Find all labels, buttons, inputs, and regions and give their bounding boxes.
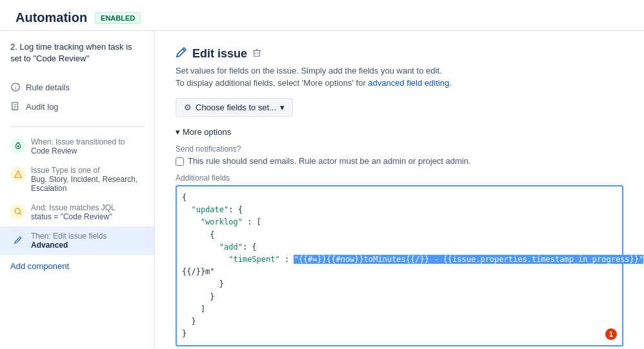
nav-section: i Rule details Audit log bbox=[0, 72, 154, 121]
additional-fields-label: Additional fields bbox=[176, 174, 623, 183]
rule-title: 2. Log time tracking when task is set to… bbox=[0, 41, 154, 72]
code-line-4: { bbox=[182, 229, 617, 241]
more-options-label: More options bbox=[183, 127, 231, 137]
gear-icon: ⚙ bbox=[184, 103, 192, 112]
enabled-badge: ENABLED bbox=[95, 12, 141, 24]
send-notifications-checkbox[interactable] bbox=[176, 157, 184, 166]
code-line-11: } bbox=[182, 315, 617, 328]
code-line-1: { bbox=[182, 192, 617, 204]
trigger-icon bbox=[10, 138, 26, 154]
code-line-7: {{/}}m" bbox=[182, 266, 617, 278]
code-line-9: } bbox=[182, 291, 617, 303]
additional-info: To display additional fields, select 'Mo… bbox=[176, 78, 623, 88]
header: Automation ENABLED bbox=[0, 0, 644, 31]
issue-type-content: Issue Type is one of Bug, Story, Inciden… bbox=[31, 166, 144, 193]
jql-content: And: Issue matches JQL status = "Code Re… bbox=[31, 203, 144, 221]
sidebar: 2. Log time tracking when task is set to… bbox=[0, 31, 155, 349]
divider bbox=[10, 126, 144, 127]
jql-subtitle: status = "Code Review" bbox=[31, 212, 144, 221]
code-line-12: } bbox=[182, 328, 617, 340]
section-title: Edit issue bbox=[192, 47, 247, 61]
add-component-btn[interactable]: Add component bbox=[0, 255, 154, 277]
section-header: Edit issue bbox=[176, 46, 623, 61]
code-line-10: ] bbox=[182, 303, 617, 315]
sidebar-item-audit-log[interactable]: Audit log bbox=[0, 97, 154, 116]
svg-text:i: i bbox=[15, 85, 16, 91]
step-action[interactable]: Then: Edit issue fields Advanced bbox=[0, 226, 154, 255]
delete-icon[interactable] bbox=[252, 48, 261, 59]
jql-label: And: Issue matches JQL bbox=[31, 203, 144, 212]
svg-line-10 bbox=[19, 214, 21, 215]
svg-text:!: ! bbox=[17, 173, 19, 177]
condition-icon: ! bbox=[10, 166, 26, 182]
edit-pencil-icon bbox=[176, 46, 187, 61]
doc-icon bbox=[10, 101, 21, 112]
action-label: Then: Edit issue fields bbox=[31, 232, 144, 241]
step-jql[interactable]: And: Issue matches JQL status = "Code Re… bbox=[0, 198, 154, 226]
code-editor[interactable]: { "update": { "worklog" : [ { "add": { "… bbox=[176, 185, 623, 346]
svg-rect-12 bbox=[254, 50, 260, 56]
action-advanced: Advanced bbox=[31, 241, 144, 250]
info-icon: i bbox=[10, 82, 21, 92]
highlighted-code: "{{#=}}{{#now}}toMinutes{{/}} - {{issue.… bbox=[294, 255, 643, 264]
send-notifications-section: Send notifications? This rule should sen… bbox=[176, 145, 623, 166]
send-notifications-checkbox-row[interactable]: This rule should send emails. Rule actor… bbox=[176, 156, 623, 166]
code-line-8: } bbox=[182, 278, 617, 290]
trigger-label: When: Issue transitioned to bbox=[31, 137, 144, 146]
main-content: Edit issue Set values for fields on the … bbox=[155, 31, 644, 349]
audit-log-label: Audit log bbox=[26, 102, 59, 112]
action-icon bbox=[10, 232, 26, 248]
rule-details-label: Rule details bbox=[26, 83, 70, 92]
app-container: Automation ENABLED 2. Log time tracking … bbox=[0, 0, 644, 349]
step-trigger[interactable]: When: Issue transitioned to Code Review bbox=[0, 132, 154, 161]
send-notifications-label: Send notifications? bbox=[176, 145, 623, 154]
code-line-2: "update": { bbox=[182, 204, 617, 216]
issue-type-label: Issue Type is one of bbox=[31, 166, 144, 175]
more-options-toggle[interactable]: ▾ More options bbox=[176, 127, 623, 137]
dropdown-chevron-icon: ▾ bbox=[280, 103, 285, 112]
chevron-down-icon: ▾ bbox=[176, 127, 180, 137]
choose-fields-label: Choose fields to set... bbox=[196, 103, 276, 112]
trigger-content: When: Issue transitioned to Code Review bbox=[31, 137, 144, 155]
code-line-6: "timeSpent" : "{{#=}}{{#now}}toMinutes{{… bbox=[182, 254, 617, 266]
svg-point-9 bbox=[15, 209, 20, 214]
code-line-3: "worklog" : [ bbox=[182, 216, 617, 228]
trigger-subtitle: Code Review bbox=[31, 146, 144, 155]
code-line-5: "add": { bbox=[182, 241, 617, 254]
svg-line-11 bbox=[183, 49, 185, 51]
choose-fields-button[interactable]: ⚙ Choose fields to set... ▾ bbox=[176, 98, 293, 117]
issue-type-tags: Bug, Story, Incident, Research, Escalati… bbox=[31, 175, 144, 193]
send-notifications-text: This rule should send emails. Rule actor… bbox=[188, 156, 471, 166]
action-content: Then: Edit issue fields Advanced bbox=[31, 232, 144, 250]
sidebar-item-rule-details[interactable]: i Rule details bbox=[0, 77, 154, 97]
svg-point-6 bbox=[17, 146, 19, 148]
advanced-field-link[interactable]: advanced field editing. bbox=[368, 78, 451, 88]
step-issue-type[interactable]: ! Issue Type is one of Bug, Story, Incid… bbox=[0, 161, 154, 198]
description-text: Set values for fields on the issue. Simp… bbox=[176, 66, 623, 75]
jql-icon bbox=[10, 204, 26, 219]
main-body: 2. Log time tracking when task is set to… bbox=[0, 31, 644, 349]
app-title: Automation bbox=[15, 10, 87, 25]
